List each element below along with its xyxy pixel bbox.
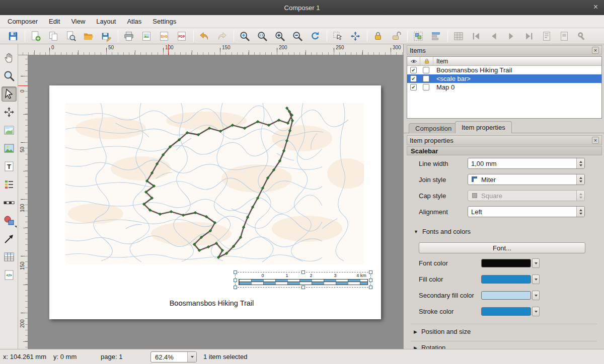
atlas-print-icon[interactable] <box>540 29 553 43</box>
lock-checkbox[interactable] <box>423 84 429 90</box>
select-move-item-tool-icon[interactable] <box>2 86 17 102</box>
atlas-last-icon[interactable] <box>522 29 536 43</box>
menu-edit[interactable]: Edit <box>43 15 65 28</box>
add-label-tool-icon[interactable]: T <box>2 159 17 174</box>
menu-settings[interactable]: Settings <box>147 15 182 28</box>
secondary-fill-color-swatch[interactable] <box>481 291 531 300</box>
save-project-icon[interactable] <box>6 29 20 43</box>
add-map-tool-icon[interactable] <box>2 123 17 138</box>
join-style-combo[interactable]: Miter <box>468 174 585 185</box>
zoom-dropdown-icon[interactable] <box>187 352 196 362</box>
zoom-actual-icon[interactable]: 1:1 <box>255 29 269 43</box>
spinner-arrows-icon[interactable] <box>576 158 584 168</box>
composition-canvas[interactable]: 0 1 2 3 4 km <box>28 55 403 349</box>
visibility-checkbox[interactable]: ✔ <box>410 84 417 90</box>
window-close-icon[interactable]: × <box>593 3 598 11</box>
items-dock-close-icon[interactable]: × <box>592 47 599 54</box>
print-icon[interactable] <box>122 29 135 43</box>
save-template-icon[interactable] <box>99 29 113 43</box>
map-item[interactable] <box>65 103 364 264</box>
add-legend-tool-icon[interactable] <box>2 177 17 192</box>
zoom-out-icon[interactable] <box>290 29 304 43</box>
menu-view[interactable]: View <box>65 15 91 28</box>
atlas-settings-icon[interactable] <box>575 29 588 43</box>
font-button[interactable]: Font... <box>419 242 585 253</box>
add-html-tool-icon[interactable]: </> <box>2 267 17 283</box>
composition-page[interactable]: 0 1 2 3 4 km <box>49 85 381 319</box>
font-color-dropdown-icon[interactable] <box>532 258 540 268</box>
zoom-in-icon[interactable] <box>273 29 286 43</box>
item-row-scalebar-selected[interactable]: ✔ <scale bar> <box>407 74 601 83</box>
tab-item-properties[interactable]: Item properties <box>455 121 512 133</box>
resize-handle-nw[interactable] <box>234 270 237 274</box>
combo-arrows-icon[interactable] <box>576 174 584 185</box>
menu-composer[interactable]: Composer <box>2 15 43 28</box>
item-row-map0[interactable]: ✔ Map 0 <box>407 83 601 92</box>
map-title-label-item[interactable]: Boosmansbos Hiking Trail <box>49 299 374 307</box>
line-width-spinner[interactable]: 1,00 mm <box>468 158 585 169</box>
resize-handle-s[interactable] <box>301 286 305 289</box>
refresh-view-icon[interactable] <box>308 29 322 43</box>
stroke-color-swatch[interactable] <box>481 307 531 316</box>
fonts-colors-group-header[interactable]: ▼ Fonts and colors <box>414 228 471 235</box>
move-item-content-tool-icon[interactable] <box>2 105 17 120</box>
redo-icon[interactable] <box>215 29 229 43</box>
fill-color-dropdown-icon[interactable] <box>532 275 540 284</box>
item-label[interactable]: <scale bar> <box>436 75 471 82</box>
add-attribute-table-tool-icon[interactable] <box>2 249 17 264</box>
add-arrow-tool-icon[interactable] <box>2 231 17 246</box>
item-row-hiking-trail[interactable]: ✔ Boosmansbos Hiking Trail <box>407 66 601 74</box>
position-size-group-header[interactable]: ▶ Position and size <box>414 328 471 335</box>
atlas-export-icon[interactable] <box>557 29 571 43</box>
atlas-first-icon[interactable] <box>469 29 483 43</box>
align-items-icon[interactable] <box>429 29 442 43</box>
tab-composition[interactable]: Composition <box>409 123 458 133</box>
load-template-icon[interactable] <box>82 29 95 43</box>
shape-dropdown-icon[interactable] <box>15 226 17 228</box>
atlas-preview-icon[interactable] <box>451 29 465 43</box>
resize-handle-se[interactable] <box>369 286 372 289</box>
resize-handle-w[interactable] <box>234 279 237 282</box>
duplicate-composer-icon[interactable] <box>46 29 60 43</box>
lock-checkbox[interactable] <box>423 75 429 82</box>
secondary-fill-color-dropdown-icon[interactable] <box>532 291 540 300</box>
stroke-color-dropdown-icon[interactable] <box>532 307 540 316</box>
alignment-combo[interactable]: Left <box>468 206 585 217</box>
export-svg-icon[interactable]: SVG <box>157 29 171 43</box>
select-move-icon[interactable] <box>331 29 344 43</box>
zoom-level-combo[interactable]: 62.4% <box>150 351 197 362</box>
resize-handle-ne[interactable] <box>369 270 372 274</box>
export-pdf-icon[interactable]: PDF <box>175 29 188 43</box>
export-image-icon[interactable] <box>139 29 153 43</box>
item-label[interactable]: Map 0 <box>436 83 455 91</box>
new-composer-icon[interactable] <box>29 29 42 43</box>
menu-layout[interactable]: Layout <box>91 15 121 28</box>
move-content-icon[interactable] <box>348 29 362 43</box>
item-properties-close-icon[interactable]: × <box>592 137 599 144</box>
scalebar-item[interactable]: 0 1 2 3 4 km <box>235 272 371 288</box>
resize-handle-n[interactable] <box>301 270 305 274</box>
group-items-icon[interactable] <box>411 29 425 43</box>
undo-icon[interactable] <box>197 29 211 43</box>
fill-color-swatch[interactable] <box>481 275 531 284</box>
atlas-previous-icon[interactable] <box>487 29 500 43</box>
combo-arrows-icon[interactable] <box>576 207 584 217</box>
pan-tool-icon[interactable] <box>2 50 17 65</box>
lock-checkbox[interactable] <box>423 67 429 73</box>
rotation-group-header[interactable]: ▶ Rotation <box>414 344 445 349</box>
font-color-swatch[interactable] <box>481 259 531 267</box>
unlock-items-icon[interactable] <box>389 29 402 43</box>
resize-handle-sw[interactable] <box>234 286 237 289</box>
add-scalebar-tool-icon[interactable] <box>2 195 17 210</box>
visibility-checkbox[interactable]: ✔ <box>410 67 417 73</box>
add-shape-tool-icon[interactable] <box>2 213 17 228</box>
menu-atlas[interactable]: Atlas <box>121 15 147 28</box>
add-image-tool-icon[interactable] <box>2 141 17 156</box>
lock-items-icon[interactable] <box>371 29 385 43</box>
composer-manager-icon[interactable] <box>64 29 78 43</box>
resize-handle-e[interactable] <box>369 279 372 282</box>
item-label[interactable]: Boosmansbos Hiking Trail <box>436 66 512 74</box>
atlas-next-icon[interactable] <box>504 29 518 43</box>
zoom-full-icon[interactable] <box>238 29 251 43</box>
zoom-tool-icon[interactable] <box>2 68 17 83</box>
